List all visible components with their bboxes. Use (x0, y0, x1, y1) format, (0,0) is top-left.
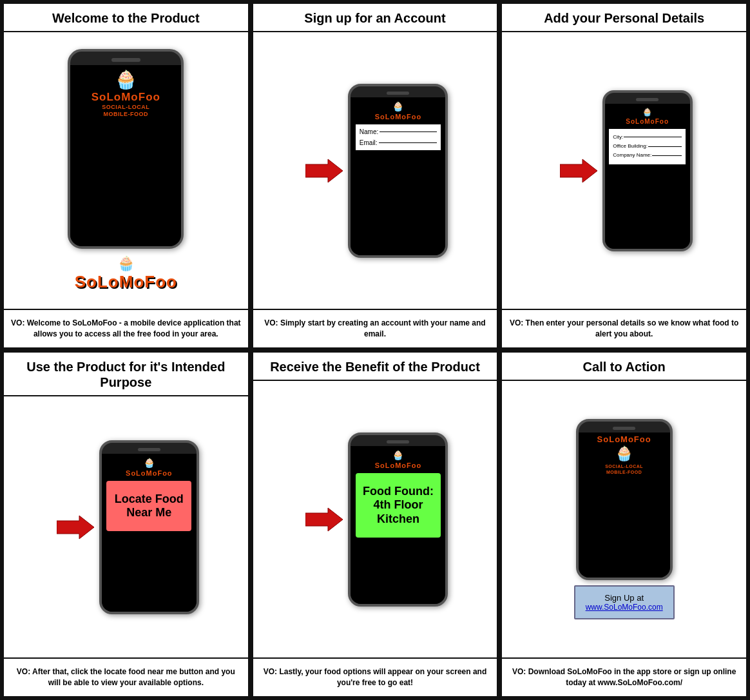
screen-logo-4: 🧁 SoLoMoFoo (102, 454, 197, 478)
phone-speaker-5 (387, 440, 409, 443)
phone-speaker-4 (138, 448, 160, 451)
company-label: Company Name: (613, 151, 651, 160)
city-field-row: City: (613, 133, 682, 142)
cupcake-icon-5: 🧁 (392, 450, 403, 460)
phone-speaker-3 (636, 98, 659, 101)
phone-cta: SoLoMoFoo 🧁 SOCIAL-LOCAL MOBILE-FOOD (576, 419, 673, 580)
cell3-body: 🧁 SoLoMoFoo City: Office Building: (502, 32, 746, 309)
cta-link[interactable]: www.SoLoMoFoo.com (586, 603, 663, 612)
phone-screen-6: SoLoMoFoo 🧁 SOCIAL-LOCAL MOBILE-FOOD (579, 433, 670, 578)
phone-welcome: 🧁 SoLoMoFoo SOCIAL-LOCAL MOBILE-FOOD (68, 49, 184, 249)
name-underline (380, 131, 437, 132)
svg-marker-2 (57, 516, 94, 539)
cell6-header: Call to Action (502, 353, 746, 381)
main-grid: Welcome to the Product 🧁 SoLoMoFoo SOCIA… (0, 0, 750, 700)
cell6-footer: VO: Download SoLoMoFoo in the app store … (502, 657, 746, 696)
cell4-row: 🧁 SoLoMoFoo Locate Food Near Me (10, 403, 242, 651)
screen-logo-3: 🧁 SoLoMoFoo (605, 104, 690, 126)
phone-speaker-2 (387, 92, 409, 95)
cupcake-icon-3: 🧁 (642, 108, 652, 117)
cell-signup: Sign up for an Account 🧁 SoLoMoFoo (252, 3, 499, 349)
cupcake-icon-1: 🧁 (115, 69, 137, 90)
svg-marker-1 (560, 159, 597, 182)
svg-marker-3 (305, 508, 343, 531)
svg-marker-0 (305, 159, 343, 182)
cell3-footer: VO: Then enter your personal details so … (502, 309, 746, 347)
food-found-display: Food Found: 4th Floor Kitchen (356, 473, 441, 538)
cell-use: Use the Product for it's Intended Purpos… (3, 351, 249, 697)
cupcake-icon-4: 🧁 (144, 458, 155, 468)
company-underline (652, 155, 682, 156)
cell5-header: Receive the Benefit of the Product (253, 353, 497, 381)
arrow-5 (305, 507, 344, 532)
city-underline (624, 137, 682, 137)
logo-text-2: SoLoMoFoo (375, 113, 422, 121)
logo-text-3: SoLoMoFoo (626, 118, 669, 125)
city-label: City: (613, 133, 623, 142)
email-label: Email: (360, 139, 378, 146)
cell2-footer: VO: Simply start by creating an account … (253, 309, 497, 347)
details-form: City: Office Building: Company Name: (609, 129, 686, 164)
cupcake-icon-6: 🧁 (615, 445, 633, 462)
cell2-header: Sign up for an Account (253, 4, 497, 32)
screen-logo-6: SoLoMoFoo 🧁 SOCIAL-LOCAL MOBILE-FOOD (579, 433, 670, 478)
cell-cta: Call to Action SoLoMoFoo 🧁 SOCIAL-LOCAL … (501, 351, 747, 697)
cell1-footer: VO: Welcome to SoLoMoFoo - a mobile devi… (4, 309, 248, 347)
office-field-row: Office Building: (613, 142, 682, 151)
company-field-row: Company Name: (613, 151, 682, 160)
cupcake-big: 🧁 (117, 255, 135, 272)
cell4-header: Use the Product for it's Intended Purpos… (4, 353, 248, 396)
screen-logo-1: 🧁 SoLoMoFoo SOCIAL-LOCAL MOBILE-FOOD (70, 65, 181, 120)
cell2-row: 🧁 SoLoMoFoo Name: Email: (260, 39, 491, 302)
email-field-row: Email: (360, 139, 437, 146)
screen-logo-2: 🧁 SoLoMoFoo (351, 97, 445, 122)
big-logo-text: SoLoMoFoo (75, 272, 177, 292)
cell-welcome: Welcome to the Product 🧁 SoLoMoFoo SOCIA… (3, 3, 249, 349)
name-label: Name: (360, 128, 378, 135)
phone-screen-2: 🧁 SoLoMoFoo Name: Email: (351, 97, 445, 255)
phone-use: 🧁 SoLoMoFoo Locate Food Near Me (99, 440, 199, 614)
big-logo-area: 🧁 SoLoMoFoo (75, 255, 177, 292)
arrow-4 (57, 514, 95, 540)
logo-text-6: SoLoMoFoo (597, 435, 651, 444)
cell4-body: 🧁 SoLoMoFoo Locate Food Near Me (4, 396, 248, 657)
name-field-row: Name: (360, 128, 437, 135)
signup-form: Name: Email: (356, 124, 441, 150)
logo-subtitle-1b: MOBILE-FOOD (104, 111, 149, 119)
cell5-body: 🧁 SoLoMoFoo Food Found: 4th Floor Kitche… (253, 381, 497, 657)
cell5-row: 🧁 SoLoMoFoo Food Found: 4th Floor Kitche… (260, 387, 491, 651)
cell3-row: 🧁 SoLoMoFoo City: Office Building: (508, 39, 740, 302)
cupcake-icon-2: 🧁 (392, 101, 403, 112)
email-underline (379, 142, 438, 143)
cell-benefit: Receive the Benefit of the Product 🧁 SoL… (252, 351, 499, 697)
phone-benefit: 🧁 SoLoMoFoo Food Found: 4th Floor Kitche… (348, 433, 448, 607)
phone-screen-4: 🧁 SoLoMoFoo Locate Food Near Me (102, 454, 197, 612)
logo-text-1: SoLoMoFoo (91, 92, 160, 104)
logo-text-4: SoLoMoFoo (126, 469, 173, 477)
logo-subtitle-1a: SOCIAL-LOCAL (102, 104, 149, 112)
cta-signup-box[interactable]: Sign Up at www.SoLoMoFoo.com (574, 585, 675, 619)
office-underline (648, 146, 682, 147)
phone-signup: 🧁 SoLoMoFoo Name: Email: (348, 84, 448, 258)
arrow-2 (305, 158, 344, 184)
logo-subtitle-6a: SOCIAL-LOCAL (605, 463, 643, 469)
cell6-body: SoLoMoFoo 🧁 SOCIAL-LOCAL MOBILE-FOOD Sig… (502, 381, 746, 657)
cta-line1: Sign Up at (586, 593, 663, 603)
logo-subtitle-6b: MOBILE-FOOD (606, 469, 642, 475)
cell1-header: Welcome to the Product (4, 4, 248, 32)
phone-speaker-6 (613, 427, 635, 430)
arrow-3 (560, 158, 599, 184)
phone-screen-1: 🧁 SoLoMoFoo SOCIAL-LOCAL MOBILE-FOOD (70, 65, 181, 246)
cell3-header: Add your Personal Details (502, 4, 746, 32)
phone-speaker-1 (111, 58, 140, 62)
screen-logo-5: 🧁 SoLoMoFoo (351, 446, 445, 471)
office-label: Office Building: (613, 142, 648, 151)
phone-details: 🧁 SoLoMoFoo City: Office Building: (602, 90, 693, 251)
cell2-body: 🧁 SoLoMoFoo Name: Email: (253, 32, 497, 309)
locate-button[interactable]: Locate Food Near Me (106, 481, 191, 531)
cell1-body: 🧁 SoLoMoFoo SOCIAL-LOCAL MOBILE-FOOD 🧁 S… (4, 32, 248, 309)
logo-text-5: SoLoMoFoo (375, 462, 422, 469)
cell-details: Add your Personal Details 🧁 SoLoMoFoo (501, 3, 747, 349)
cell4-footer: VO: After that, click the locate food ne… (4, 657, 248, 696)
phone-screen-3: 🧁 SoLoMoFoo City: Office Building: (605, 104, 690, 249)
